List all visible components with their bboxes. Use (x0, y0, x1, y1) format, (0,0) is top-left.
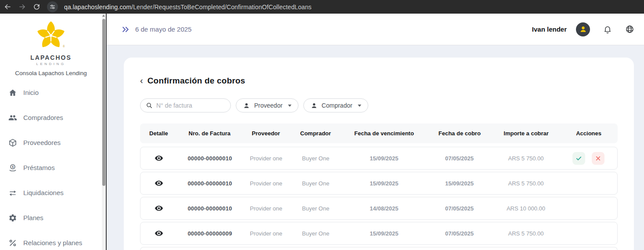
page-title: Confirmación de cobros (148, 76, 245, 86)
table-row: 00000-00000010 Provider one Buyer One 15… (140, 172, 618, 195)
sidebar-item-planes[interactable]: Planes (0, 205, 102, 230)
settlements-icon (8, 188, 17, 197)
invoice-number: 00000-00000010 (178, 180, 242, 187)
due-date: 14/08/2025 (341, 205, 427, 212)
invoice-number: 00000-00000010 (178, 155, 242, 162)
close-icon (595, 156, 601, 161)
collection-date: 15/09/2025 (427, 180, 492, 187)
buyer-name: Buyer One (290, 155, 341, 162)
sidebar-nav: Inicio Compradores Proveedores $ Préstam… (0, 80, 102, 250)
column-header: Detalle (140, 130, 177, 137)
back-button[interactable]: ‹ (140, 76, 143, 86)
forward-icon[interactable] (18, 3, 26, 11)
person-icon (243, 102, 250, 109)
amount: ARS 5 750.00 (492, 155, 560, 162)
language-button[interactable] (625, 25, 634, 34)
column-header: Nro. de Factura (177, 130, 242, 137)
avatar[interactable] (576, 22, 590, 36)
check-icon (576, 155, 582, 162)
provider-name: Provider one (242, 205, 290, 212)
site-settings-icon[interactable] (47, 1, 58, 12)
buyer-filter-label: Comprador (322, 102, 353, 109)
content-card: ‹ Confirmación de cobros Proveedor (124, 58, 634, 250)
url-domain: qa.lapachoslending.com (64, 4, 131, 11)
table-row: 00000-00000009 Provider one Buyer One 15… (140, 222, 618, 245)
person-icon (310, 102, 318, 109)
due-date: 15/09/2025 (341, 230, 427, 237)
row-actions (560, 152, 617, 165)
table-row-partial (140, 247, 618, 250)
scrollbar-thumb[interactable] (102, 19, 105, 186)
view-detail-button[interactable] (155, 179, 163, 188)
approve-button[interactable] (572, 152, 585, 165)
date-selector[interactable]: 6 de mayo de 2025 (121, 25, 191, 34)
providers-icon (8, 138, 17, 147)
amount: ARS 5 750.00 (492, 230, 560, 237)
buyer-filter[interactable]: Comprador (303, 98, 368, 112)
bell-icon (603, 25, 612, 34)
search-input[interactable] (156, 102, 218, 109)
sidebar-item-label: Proveedores (23, 139, 61, 146)
provider-filter-label: Proveedor (254, 102, 283, 109)
brand-subtitle: LENDING (0, 62, 102, 66)
back-icon[interactable] (4, 3, 12, 11)
column-header: Importe a cobrar (492, 130, 561, 137)
sidebar-item-label: Planes (23, 214, 43, 221)
chevron-down-icon (358, 105, 361, 107)
double-chevron-icon[interactable] (121, 25, 130, 34)
sidebar-item-prestamos[interactable]: $ Préstamos (0, 155, 102, 180)
table-row: 00000-00000010 Provider one Buyer One 15… (140, 147, 618, 170)
view-detail-button[interactable] (155, 229, 163, 238)
column-header: Proveedor (242, 130, 290, 137)
reload-icon[interactable] (32, 3, 41, 11)
brand-name: LAPACHOS (0, 54, 102, 61)
table-row: 00000-00000010 Provider one Buyer One 14… (140, 197, 618, 220)
provider-name: Provider one (242, 180, 290, 187)
sidebar-item-label: Relaciones y planes (23, 239, 82, 246)
url-path: /Lender/RequestsToBeCompleted/Confirmati… (131, 4, 311, 11)
eye-icon (155, 154, 163, 163)
current-date: 6 de mayo de 2025 (135, 25, 191, 33)
column-header: Acciones (560, 130, 617, 137)
reject-button[interactable] (592, 152, 604, 165)
table-body: 00000-00000010 Provider one Buyer One 15… (140, 147, 618, 245)
table-header: Detalle Nro. de Factura Proveedor Compra… (140, 123, 618, 143)
eye-icon (155, 229, 163, 238)
amount: ARS 10 000.00 (492, 205, 560, 212)
user-name: Ivan lender (532, 25, 567, 33)
chevron-down-icon (288, 105, 291, 107)
amount: ARS 5 750.00 (492, 180, 560, 187)
buyer-name: Buyer One (290, 230, 341, 237)
invoice-search[interactable] (140, 98, 231, 112)
address-bar[interactable]: qa.lapachoslending.com/Lender/RequestsTo… (64, 4, 312, 11)
globe-icon (625, 25, 634, 34)
relations-icon (8, 239, 17, 247)
sidebar-item-label: Inicio (23, 89, 39, 96)
collection-date: 07/05/2025 (427, 205, 492, 212)
sidebar-item-liquidaciones[interactable]: Liquidaciones (0, 180, 102, 205)
svg-text:®: ® (63, 45, 65, 48)
sidebar-item-label: Liquidaciones (23, 189, 64, 196)
sidebar: ® LAPACHOS LENDING Consola Lapachos Lend… (0, 14, 102, 250)
console-label: Consola Lapachos Lending (0, 70, 102, 76)
buyer-name: Buyer One (290, 205, 341, 212)
sidebar-item-relaciones[interactable]: Relaciones y planes (0, 230, 102, 250)
due-date: 15/09/2025 (341, 155, 427, 162)
home-icon (8, 88, 17, 97)
scrollbar-up-arrow[interactable] (102, 14, 105, 17)
sidebar-item-proveedores[interactable]: Proveedores (0, 130, 102, 155)
avatar-person-icon (579, 25, 587, 33)
column-header: Comprador (290, 130, 341, 137)
due-date: 15/09/2025 (341, 180, 427, 187)
notifications-button[interactable] (603, 25, 612, 34)
sidebar-item-compradores[interactable]: Compradores (0, 105, 102, 130)
collection-date: 07/05/2025 (427, 155, 492, 162)
provider-filter[interactable]: Proveedor (236, 98, 299, 112)
view-detail-button[interactable] (155, 154, 163, 163)
eye-icon (155, 204, 163, 213)
lapachos-flower-icon: ® (35, 20, 67, 51)
sidebar-item-label: Préstamos (23, 164, 55, 171)
sidebar-item-inicio[interactable]: Inicio (0, 80, 102, 105)
view-detail-button[interactable] (155, 204, 163, 213)
sidebar-scrollbar[interactable] (102, 14, 106, 250)
